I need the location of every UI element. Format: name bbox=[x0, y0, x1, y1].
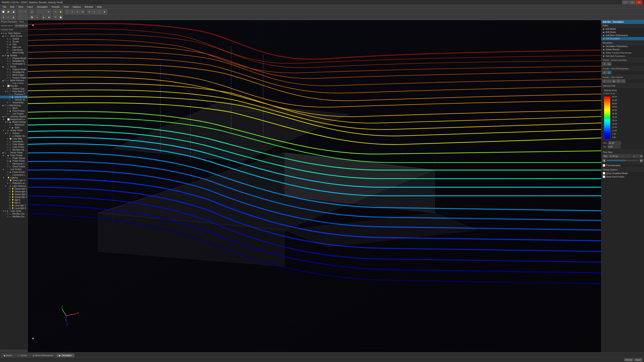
tree-inlet-line[interactable]: ☑─ Inlet Line bbox=[0, 46, 28, 48]
tree-wind-tunnel[interactable]: ▶☑□ Wind Tunnel bbox=[0, 35, 28, 37]
tab-mesh-refinements[interactable]: ⊞ Mesh Refinements bbox=[30, 354, 56, 357]
delete-results-button[interactable]: ▶ Delete Results bbox=[602, 48, 644, 51]
max-value-input[interactable] bbox=[608, 141, 621, 145]
tree-streamlines[interactable]: ☑〰 Streamlines bbox=[0, 101, 28, 104]
tree-probe-points-lp[interactable]: ☐◉ Probe Points bbox=[0, 171, 28, 174]
show-point-probes-checkbox[interactable] bbox=[603, 175, 605, 178]
tree-line-probes-r[interactable]: ▼ ─ Line Probes bbox=[0, 168, 28, 171]
probe-button[interactable]: ◉ bbox=[11, 15, 16, 20]
tree-grid[interactable]: ☑⊞ Grid bbox=[0, 43, 28, 46]
menu-window[interactable]: Window bbox=[83, 5, 95, 8]
minimize-button[interactable]: ─ bbox=[622, 0, 628, 4]
zoom-in-button[interactable]: + bbox=[36, 9, 41, 14]
tree-mesh-num[interactable]: ☐⬡ Mesh bbox=[0, 107, 28, 109]
menu-tools[interactable]: Tools bbox=[62, 5, 71, 8]
tree-display-values[interactable]: ☐Aa Display Values bbox=[0, 135, 28, 137]
left-panel-hscrollbar[interactable] bbox=[0, 350, 28, 352]
report-button[interactable]: 📋 bbox=[58, 15, 63, 20]
tree-minmax-global-space[interactable]: ☐◻ Min/Max Global in Space bbox=[0, 212, 28, 215]
tree-scalar-fields[interactable]: ▼ ◈ Scalar Fields bbox=[0, 129, 28, 132]
flow-animation-checkbox[interactable] bbox=[603, 164, 605, 167]
print-button[interactable]: 🖨 bbox=[30, 9, 34, 14]
record-button[interactable]: ⏺ bbox=[46, 15, 51, 20]
tree-surface-quantities[interactable]: ☐◻ Surface Quantities bbox=[0, 87, 28, 90]
viewport[interactable]: X Y Z bbox=[28, 20, 601, 352]
tree-line-probes-num[interactable]: ☐─ Line Probes bbox=[0, 112, 28, 115]
model-tab-button[interactable]: M bbox=[87, 9, 92, 14]
tree-connection-lines[interactable]: ☐─ Connection Lines bbox=[0, 174, 28, 176]
maximize-button[interactable]: □ bbox=[629, 0, 636, 4]
tree-global-light-1[interactable]: ☑💡 Global light 1 bbox=[0, 187, 28, 190]
view-top-button[interactable]: T bbox=[65, 9, 70, 14]
menu-view[interactable]: View bbox=[16, 5, 25, 8]
tree-probe-points[interactable]: ☑◉ Probe Points bbox=[0, 160, 28, 162]
edit-model-button[interactable]: ▶ Edit Model bbox=[602, 27, 644, 30]
tree-local-light-5[interactable]: ☑💡 light 5 bbox=[0, 199, 28, 201]
tree-permeable-surfaces[interactable]: ☐◻ Permeable Surfaces bbox=[0, 62, 28, 65]
tree-minmax-values[interactable]: ☐◻ Min/Max Values bbox=[0, 148, 28, 151]
tree-lighting[interactable]: ▼ 💡 Lighting bbox=[0, 176, 28, 179]
tree-models[interactable]: ▶☑◼ Models bbox=[0, 54, 28, 57]
legend-button[interactable]: ≡ bbox=[35, 15, 40, 20]
tree-directional-vectors[interactable]: ☐→ Directional Vectors bbox=[0, 162, 28, 165]
menu-results[interactable]: Results bbox=[50, 5, 61, 8]
rotate-button[interactable]: ↻ bbox=[53, 9, 58, 14]
tab-zones[interactable]: ⬡ Zones bbox=[15, 354, 30, 357]
tree-terrain[interactable]: ☑▲ Terrain bbox=[0, 40, 28, 43]
tree-numbering[interactable]: ▶☐123 Numbering bbox=[0, 104, 28, 107]
time-slider[interactable] bbox=[606, 160, 639, 161]
tree-mesh-edges[interactable]: ☐◻ Mesh Edges bbox=[0, 74, 28, 76]
pressure-btn[interactable]: P bbox=[602, 62, 606, 66]
tree-color-edges[interactable]: ☐◻ Color Edges bbox=[0, 143, 28, 146]
time-prev-button[interactable]: ◀ bbox=[602, 159, 606, 162]
tree-local-light-7[interactable]: ☑💡 Local light 7 bbox=[0, 204, 28, 207]
tree-reflection-on-surfaces[interactable]: ☑◻ Reflection on Surfaces bbox=[0, 182, 28, 185]
mesh-tab-button[interactable]: ⬡ bbox=[97, 9, 102, 14]
pressure-flow-btn[interactable]: P bbox=[602, 71, 606, 74]
clipper-button[interactable]: Clipper bbox=[634, 358, 642, 361]
menu-edit[interactable]: Edit bbox=[8, 5, 16, 8]
tree-global-light-4[interactable]: ☑💡 Global light 4 bbox=[0, 196, 28, 199]
opt-btn-1[interactable]: ≡ bbox=[602, 79, 606, 83]
tree-local-light-6[interactable]: ☑💡 light 6 bbox=[0, 201, 28, 204]
opt-btn-3[interactable]: ◉ bbox=[612, 79, 616, 83]
edit-mesh-refinements-button[interactable]: ▶ Edit Mesh Refinements bbox=[602, 34, 644, 37]
tree-inlet-arrow[interactable]: ☑→ Inlet Arrow bbox=[0, 48, 28, 51]
tree-original-model[interactable]: ☑◻ Original Model bbox=[0, 57, 28, 60]
zoom-out-button[interactable]: - bbox=[41, 9, 46, 14]
menu-file[interactable]: File bbox=[1, 5, 8, 8]
opt-btn-2[interactable]: → bbox=[607, 79, 611, 83]
tree-mesh-refinements[interactable]: ▶☐⬡ Mesh Refinements bbox=[0, 79, 28, 82]
opt-btn-4[interactable]: ⬡ bbox=[616, 79, 621, 83]
coefficient-btn[interactable]: Cp bbox=[607, 62, 611, 66]
clip-button[interactable]: ✂ bbox=[6, 15, 11, 20]
time-step-input[interactable] bbox=[602, 154, 632, 158]
animation-button[interactable]: ▶ bbox=[41, 15, 46, 20]
tree-outline[interactable]: ☑◻ Outline bbox=[0, 37, 28, 40]
new-button[interactable]: 📄 bbox=[1, 9, 6, 14]
tree-light-switches[interactable]: ▼ ⚙ Light Switches bbox=[0, 185, 28, 187]
tab-simulation[interactable]: ▶ Simulation bbox=[56, 354, 74, 357]
menu-simulation[interactable]: Simulation bbox=[35, 5, 50, 8]
tree-color-map[interactable]: ☑🎨 Color Map bbox=[0, 137, 28, 140]
tree-view-options[interactable]: ▼☑⊞ View Options bbox=[0, 32, 28, 35]
tree-color-points[interactable]: ☐◻ Color Points bbox=[0, 146, 28, 148]
edit-mesh-params-button[interactable]: ▶ Edit Mesh Parameters... bbox=[602, 54, 644, 57]
sim-tab-button[interactable]: ▶ bbox=[102, 9, 107, 14]
save-button[interactable]: 💾 bbox=[11, 9, 16, 14]
tree-point-probes-r[interactable]: ▼ ◉ Point Probes bbox=[0, 154, 28, 157]
tree-simplified-model-z[interactable]: ☐◻ Simplified Model bbox=[0, 71, 28, 74]
min-value-input[interactable] bbox=[608, 145, 620, 148]
tree-velocity-vectors[interactable]: ☐→ Velocity Vectors bbox=[0, 98, 28, 101]
tree-isolines[interactable]: ▼☑≡ Isolines bbox=[0, 132, 28, 135]
named-views-select[interactable]: No named views bbox=[14, 24, 28, 27]
tree-local-light-8[interactable]: ☑💡 Local light 8 bbox=[0, 207, 28, 210]
zoom-fit-button[interactable]: ⊞ bbox=[46, 9, 51, 14]
tree-background-layers[interactable]: ▼ ⬜ Background Layers bbox=[0, 118, 28, 121]
simulation-params-button[interactable]: ▶ Simulation Parameters... bbox=[602, 45, 644, 48]
tree-model-display[interactable]: ▼☑◼ Model Display bbox=[0, 121, 28, 123]
show-simplified-model-checkbox[interactable] bbox=[603, 172, 605, 175]
menu-options[interactable]: Options bbox=[71, 5, 83, 8]
undo-button[interactable]: ↶ bbox=[18, 9, 22, 14]
tree-auxiliary-objects[interactable]: ▶☐◻ Auxiliary Objects bbox=[0, 115, 28, 118]
